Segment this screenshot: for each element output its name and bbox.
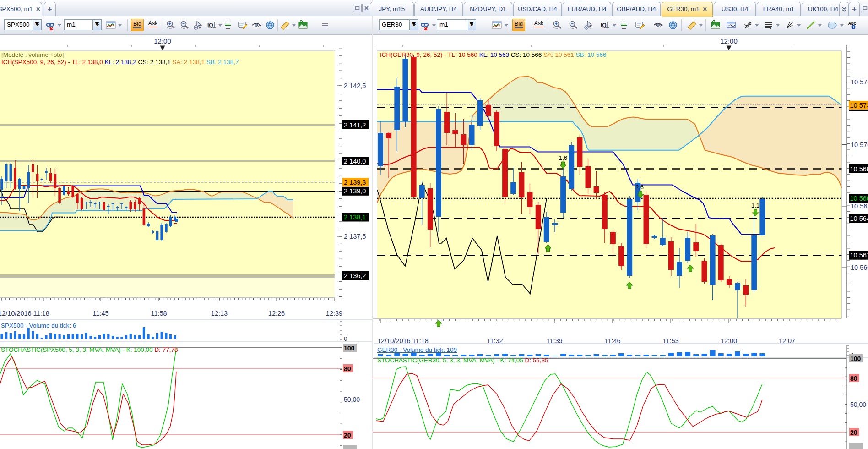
svg-text:10 573: 10 573 (850, 102, 868, 109)
svg-text:12:00: 12:00 (154, 37, 171, 45)
svg-text:0: 0 (344, 335, 347, 342)
svg-text:2 136,2: 2 136,2 (344, 272, 366, 279)
svg-text:20: 20 (850, 429, 857, 436)
svg-text:2,6: 2,6 (635, 184, 644, 191)
svg-text:50,00: 50,00 (344, 396, 360, 403)
svg-text:10 570: 10 570 (851, 141, 868, 148)
svg-text:10 568: 10 568 (850, 165, 868, 173)
svg-text:GER30 - Volume du tick: 109: GER30 - Volume du tick: 109 (377, 346, 457, 353)
svg-text:ICH(SPX500, 9, 26, 52) - TL:: ICH(SPX500, 9, 26, 52) - TL: 2 138,0 KL:… (1, 59, 239, 66)
svg-text:ICH(GER30, 9, 26, 52) - TL: 1: ICH(GER30, 9, 26, 52) - TL: 10 560 KL: 1… (380, 51, 606, 58)
svg-text:1,1: 1,1 (751, 202, 760, 209)
svg-text:10 560: 10 560 (851, 264, 868, 271)
svg-text:10 575: 10 575 (851, 78, 868, 86)
svg-text:100: 100 (344, 345, 355, 352)
svg-text:STOCHASTIC(GER30, 5, 3, 3, MVA: STOCHASTIC(GER30, 5, 3, 3, MVA, MVA) - K… (377, 357, 548, 364)
svg-text:12/10/2016 11:18: 12/10/2016 11:18 (0, 310, 49, 317)
svg-text:10 565: 10 565 (851, 203, 868, 210)
svg-text:12:39: 12:39 (326, 310, 342, 317)
svg-text:2 140,0: 2 140,0 (344, 158, 366, 165)
svg-text:12:00: 12:00 (720, 37, 738, 45)
svg-text:80: 80 (344, 365, 351, 372)
svg-text:10 566: 10 566 (850, 195, 868, 202)
svg-text:2 137,5: 2 137,5 (344, 233, 366, 240)
svg-text:2 139,0: 2 139,0 (344, 187, 366, 195)
svg-text:[Modele : volume +sto]: [Modele : volume +sto] (1, 51, 64, 58)
svg-text:12:13: 12:13 (211, 310, 228, 317)
svg-text:2 141,2: 2 141,2 (344, 121, 366, 129)
svg-text:12:26: 12:26 (268, 310, 285, 317)
svg-text:2 139,3: 2 139,3 (344, 179, 366, 186)
svg-text:50,00: 50,00 (850, 401, 866, 408)
svg-text:11:45: 11:45 (92, 310, 108, 317)
svg-text:10 564: 10 564 (850, 215, 868, 222)
svg-text:F: F (770, 26, 772, 30)
svg-text:SPX500 - Volume du tick: 6: SPX500 - Volume du tick: 6 (1, 322, 76, 329)
svg-text:1,6: 1,6 (559, 154, 567, 161)
svg-text:STOCHASTIC(SPX500, 5, 3, 3, MV: STOCHASTIC(SPX500, 5, 3, 3, MVA, MVA) - … (1, 346, 178, 353)
svg-text:2 142,5: 2 142,5 (344, 82, 366, 89)
svg-text:20: 20 (344, 432, 351, 439)
svg-text:IQ: IQ (601, 22, 607, 28)
svg-text:10 561: 10 561 (850, 252, 868, 259)
svg-text:100: 100 (850, 355, 861, 362)
svg-text:80: 80 (850, 375, 857, 382)
svg-text:11:58: 11:58 (151, 310, 167, 317)
svg-text:2 138,1: 2 138,1 (344, 214, 366, 221)
svg-text:IQ: IQ (207, 22, 213, 28)
